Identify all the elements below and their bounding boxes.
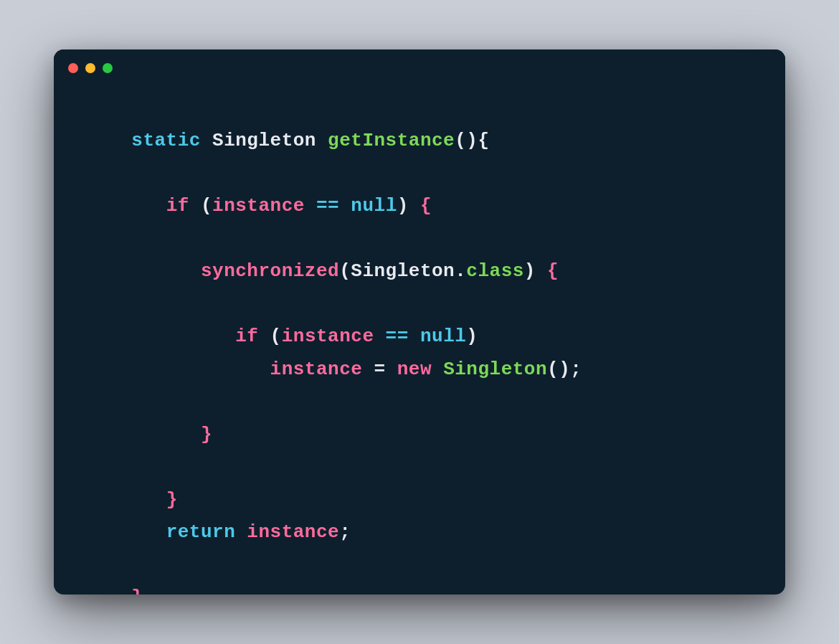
code-line-19: }	[97, 582, 742, 595]
code-area: public class Singleton { static Singleto…	[54, 87, 785, 595]
code-line-blank-7	[97, 451, 742, 484]
code-line-blank-3	[97, 158, 742, 191]
close-button[interactable]	[68, 63, 78, 73]
code-line-blank-5	[97, 288, 742, 321]
code-line-7: if (instance == null) {	[97, 190, 742, 223]
code-line-5: static Singleton getInstance(){	[97, 125, 742, 158]
code-line-12: instance = new Singleton();	[97, 354, 742, 387]
code-window: public class Singleton { static Singleto…	[54, 49, 785, 595]
code-line-blank-6	[97, 386, 742, 419]
code-line-blank-4	[97, 223, 742, 256]
code-line-9: synchronized(Singleton.class) {	[97, 255, 742, 288]
code-line-14: }	[97, 419, 742, 452]
traffic-lights	[68, 63, 113, 73]
code-line-blank-8	[97, 549, 742, 582]
maximize-button[interactable]	[103, 63, 113, 73]
code-line-blank-2	[97, 93, 742, 126]
code-line-17: return instance;	[97, 516, 742, 549]
code-line-11: if (instance == null)	[97, 321, 742, 354]
code-line-3: static Singleton instance;	[97, 87, 742, 93]
titlebar	[54, 49, 785, 87]
code-line-16: }	[97, 484, 742, 517]
code-block: public class Singleton { static Singleto…	[97, 87, 742, 595]
minimize-button[interactable]	[85, 63, 95, 73]
